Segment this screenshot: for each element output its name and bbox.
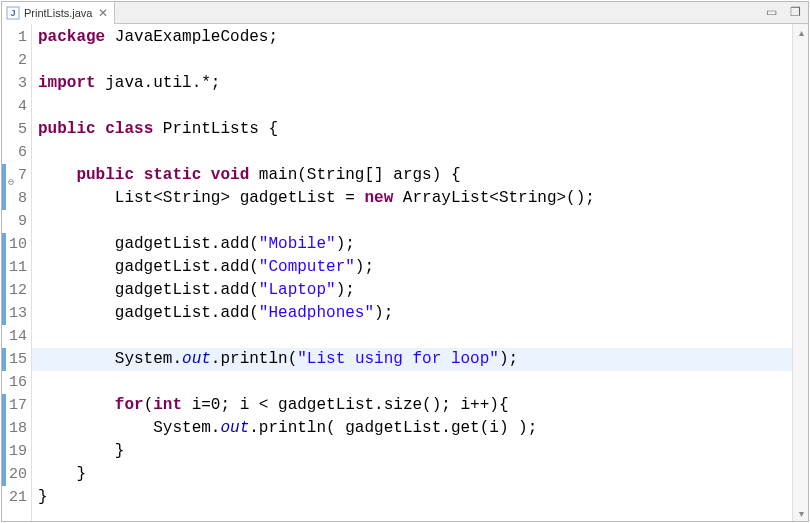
line-number: 14 [2, 325, 31, 348]
code-token: new [364, 189, 393, 207]
code-token [201, 166, 211, 184]
line-number: 13 [2, 302, 31, 325]
java-file-icon: J [6, 6, 20, 20]
code-content[interactable]: package JavaExampleCodes;import java.uti… [32, 24, 792, 521]
code-line[interactable] [38, 141, 792, 164]
code-token: gadgetList.add( [38, 258, 259, 276]
line-number: 10 [2, 233, 31, 256]
code-token: int [153, 396, 182, 414]
code-token: List<String> gadgetList = [38, 189, 364, 207]
code-line[interactable] [38, 210, 792, 233]
line-number: 6 [2, 141, 31, 164]
editor-window: J PrintLists.java ✕ ▭ ❐ 1234567⊖89101112… [1, 1, 809, 522]
scroll-up-icon[interactable]: ▴ [793, 24, 808, 40]
code-line[interactable]: gadgetList.add("Computer"); [38, 256, 792, 279]
code-token: out [182, 350, 211, 368]
code-token: "Headphones" [259, 304, 374, 322]
code-token [38, 166, 76, 184]
line-number: 11 [2, 256, 31, 279]
code-token: JavaExampleCodes; [105, 28, 278, 46]
line-number: 15 [2, 348, 31, 371]
code-token: ); [499, 350, 518, 368]
code-token: } [38, 465, 86, 483]
code-line[interactable]: System.out.println( gadgetList.get(i) ); [38, 417, 792, 440]
code-token: ); [355, 258, 374, 276]
code-token: "Mobile" [259, 235, 336, 253]
code-token: main(String[] args) { [249, 166, 460, 184]
code-token: .println( gadgetList.get(i) ); [249, 419, 537, 437]
code-line[interactable]: } [38, 440, 792, 463]
line-number: 18 [2, 417, 31, 440]
code-token: class [105, 120, 153, 138]
vertical-scrollbar[interactable]: ▴ ▾ [792, 24, 808, 521]
code-token: out [220, 419, 249, 437]
code-token: gadgetList.add( [38, 304, 259, 322]
line-number-gutter: 1234567⊖89101112131415161718192021 [2, 24, 32, 521]
tab-filename: PrintLists.java [24, 7, 92, 19]
code-token: ); [336, 281, 355, 299]
line-number: 3 [2, 72, 31, 95]
code-token: ( [144, 396, 154, 414]
code-line[interactable]: gadgetList.add("Laptop"); [38, 279, 792, 302]
line-number: 12 [2, 279, 31, 302]
code-token: for [115, 396, 144, 414]
code-token: System. [38, 350, 182, 368]
line-number: 19 [2, 440, 31, 463]
code-token: java.util.*; [96, 74, 221, 92]
minimize-icon[interactable]: ▭ [764, 5, 778, 19]
code-token: public [38, 120, 96, 138]
close-icon[interactable]: ✕ [98, 6, 108, 20]
line-number: 9 [2, 210, 31, 233]
line-number: 16 [2, 371, 31, 394]
code-line[interactable]: public class PrintLists { [38, 118, 792, 141]
code-line[interactable]: public static void main(String[] args) { [38, 164, 792, 187]
line-number: 2 [2, 49, 31, 72]
code-line[interactable] [38, 95, 792, 118]
code-token: void [211, 166, 249, 184]
code-line[interactable]: import java.util.*; [38, 72, 792, 95]
file-tab[interactable]: J PrintLists.java ✕ [2, 2, 115, 24]
svg-text:J: J [10, 8, 15, 18]
code-token: gadgetList.add( [38, 281, 259, 299]
code-line[interactable]: System.out.println("List using for loop"… [38, 348, 792, 371]
code-token [38, 396, 115, 414]
code-token: import [38, 74, 96, 92]
code-token: "Laptop" [259, 281, 336, 299]
code-token: public [76, 166, 134, 184]
line-number: 4 [2, 95, 31, 118]
code-line[interactable]: gadgetList.add("Headphones"); [38, 302, 792, 325]
code-token [96, 120, 106, 138]
code-token: .println( [211, 350, 297, 368]
restore-icon[interactable]: ❐ [788, 5, 802, 19]
code-line[interactable]: List<String> gadgetList = new ArrayList<… [38, 187, 792, 210]
code-line[interactable] [38, 325, 792, 348]
code-line[interactable]: for(int i=0; i < gadgetList.size(); i++)… [38, 394, 792, 417]
code-token [134, 166, 144, 184]
code-token: } [38, 488, 48, 506]
line-number: 20 [2, 463, 31, 486]
code-token: i=0; i < gadgetList.size(); i++){ [182, 396, 508, 414]
line-number: 7⊖ [2, 164, 31, 187]
window-controls: ▭ ❐ [764, 5, 802, 19]
code-token: ArrayList<String>(); [393, 189, 595, 207]
code-line[interactable]: } [38, 486, 792, 509]
code-token: "Computer" [259, 258, 355, 276]
code-token: } [38, 442, 124, 460]
code-token: ); [374, 304, 393, 322]
scroll-down-icon[interactable]: ▾ [793, 505, 808, 521]
code-line[interactable]: gadgetList.add("Mobile"); [38, 233, 792, 256]
code-line[interactable]: package JavaExampleCodes; [38, 26, 792, 49]
code-line[interactable]: } [38, 463, 792, 486]
code-token: ); [336, 235, 355, 253]
code-line[interactable] [38, 49, 792, 72]
code-token: "List using for loop" [297, 350, 499, 368]
code-token: PrintLists { [153, 120, 278, 138]
line-number: 17 [2, 394, 31, 417]
code-line[interactable] [38, 371, 792, 394]
code-token: System. [38, 419, 220, 437]
code-token: package [38, 28, 105, 46]
code-editor[interactable]: 1234567⊖89101112131415161718192021 packa… [2, 24, 808, 521]
line-number: 1 [2, 26, 31, 49]
code-token: static [144, 166, 202, 184]
line-number: 8 [2, 187, 31, 210]
